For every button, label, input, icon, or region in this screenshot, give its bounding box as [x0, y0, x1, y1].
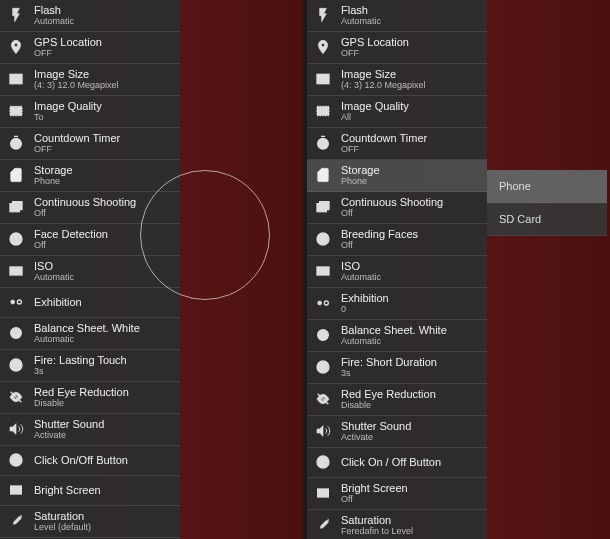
clock-icon [313, 357, 333, 377]
setting-label: Red Eye Reduction [341, 388, 436, 400]
dropper-icon [6, 511, 26, 531]
setting-iso[interactable]: ISOAutomatic [307, 256, 487, 288]
svg-point-4 [10, 233, 22, 245]
setting-pin[interactable]: GPS LocationOFF [0, 32, 180, 64]
pin-icon [313, 37, 333, 57]
setting-label: Click On / Off Button [341, 456, 441, 468]
setting-face[interactable]: Face DetectionOff [0, 224, 180, 256]
setting-value: Off [341, 241, 418, 251]
storage-popup[interactable]: PhoneSD Card [487, 170, 607, 236]
sound-icon [313, 421, 333, 441]
setting-wb[interactable]: Balance Sheet. WhiteAutomatic [0, 318, 180, 350]
sd-icon [6, 165, 26, 185]
setting-expo[interactable]: Exhibition [0, 288, 180, 318]
setting-value: Disable [341, 401, 436, 411]
setting-frame[interactable]: Image Size(4: 3) 12.0 Megapixel [0, 64, 180, 96]
setting-face[interactable]: Breeding FacesOff [307, 224, 487, 256]
setting-label: Breeding Faces [341, 228, 418, 240]
setting-eye[interactable]: Red Eye ReductionDisable [0, 382, 180, 414]
bright-icon [6, 480, 26, 500]
setting-value: OFF [341, 145, 427, 155]
dropper-icon [313, 515, 333, 535]
svg-point-20 [320, 237, 321, 238]
timer-icon [313, 133, 333, 153]
setting-sd[interactable]: StoragePhone [0, 160, 180, 192]
setting-stack[interactable]: Continuous ShootingOff [0, 192, 180, 224]
setting-value: Automatic [34, 335, 140, 345]
setting-timer[interactable]: Countdown TimerOFF [307, 128, 487, 160]
setting-timer[interactable]: Countdown TimerOFF [0, 128, 180, 160]
setting-value: Automatic [34, 17, 74, 27]
setting-sd[interactable]: StoragePhone [307, 160, 487, 192]
setting-bright[interactable]: Bright Screen [0, 476, 180, 506]
setting-value: Off [34, 209, 136, 219]
setting-label: Shutter Sound [341, 420, 411, 432]
setting-label: Flash [34, 4, 74, 16]
svg-point-14 [14, 488, 18, 492]
setting-eye[interactable]: Red Eye ReductionDisable [307, 384, 487, 416]
setting-dropper[interactable]: SaturationFeredafin to Level [307, 510, 487, 539]
setting-flash[interactable]: FlashAutomatic [0, 0, 180, 32]
setting-frame[interactable]: Image Size(4: 3) 12.0 Megapixel [307, 64, 487, 96]
setting-label: GPS Location [34, 36, 102, 48]
setting-sound[interactable]: Shutter SoundActivate [307, 416, 487, 448]
face-icon [6, 229, 26, 249]
settings-menu-right[interactable]: FlashAutomaticGPS LocationOFFImage Size(… [307, 0, 487, 539]
dots-icon [313, 101, 333, 121]
svg-point-21 [324, 237, 325, 238]
setting-value: OFF [34, 145, 120, 155]
svg-rect-15 [317, 75, 329, 84]
setting-label: Storage [34, 164, 73, 176]
setting-label: Saturation [341, 514, 413, 526]
setting-label: Image Size [341, 68, 426, 80]
svg-rect-16 [317, 107, 329, 116]
setting-dots[interactable]: Image QualityAll [307, 96, 487, 128]
dots-icon [6, 101, 26, 121]
setting-expo[interactable]: Exhibition0 [307, 288, 487, 320]
setting-value: Feredafin to Level [341, 527, 413, 537]
settings-menu-left[interactable]: FlashAutomaticGPS LocationOFFImage Size(… [0, 0, 180, 539]
setting-value: OFF [341, 49, 409, 59]
setting-clock[interactable]: Fire: Lasting Touch3s [0, 350, 180, 382]
wb-icon [313, 325, 333, 345]
popup-option[interactable]: SD Card [487, 203, 607, 236]
svg-rect-22 [317, 267, 329, 275]
face-icon [313, 229, 333, 249]
svg-point-6 [17, 237, 18, 238]
setting-dots[interactable]: Image QualityTo [0, 96, 180, 128]
setting-label: Image Quality [341, 100, 409, 112]
setting-label: Exhibition [341, 292, 389, 304]
frame-icon [6, 69, 26, 89]
setting-value: (4: 3) 12.0 Megapixel [341, 81, 426, 91]
setting-iso[interactable]: ISOAutomatic [0, 256, 180, 288]
eye-icon [313, 389, 333, 409]
setting-power[interactable]: Click On / Off Button [307, 448, 487, 478]
setting-dropper[interactable]: SaturationLevel (default) [0, 506, 180, 538]
setting-sound[interactable]: Shutter SoundActivate [0, 414, 180, 446]
eye-icon [6, 387, 26, 407]
setting-power[interactable]: Click On/Off Button [0, 446, 180, 476]
setting-stack[interactable]: Continuous ShootingOff [307, 192, 487, 224]
svg-point-29 [321, 491, 325, 495]
setting-label: Face Detection [34, 228, 108, 240]
sd-icon [313, 165, 333, 185]
popup-option[interactable]: Phone [487, 170, 607, 203]
setting-wb[interactable]: Balance Sheet. WhiteAutomatic [307, 320, 487, 352]
setting-label: Click On/Off Button [34, 454, 128, 466]
setting-label: Continuous Shooting [34, 196, 136, 208]
flash-icon [313, 5, 333, 25]
setting-label: Countdown Timer [341, 132, 427, 144]
setting-value: (4: 3) 12.0 Megapixel [34, 81, 119, 91]
setting-value: OFF [34, 49, 102, 59]
setting-flash[interactable]: FlashAutomatic [307, 0, 487, 32]
svg-point-24 [324, 301, 328, 305]
setting-pin[interactable]: GPS LocationOFF [307, 32, 487, 64]
right-screenshot: FlashAutomaticGPS LocationOFFImage Size(… [307, 0, 610, 539]
bright-icon [313, 483, 333, 503]
setting-value: Automatic [341, 273, 381, 283]
setting-bright[interactable]: Bright ScreenOff [307, 478, 487, 510]
sound-icon [6, 419, 26, 439]
setting-clock[interactable]: Fire: Short Duration3s [307, 352, 487, 384]
setting-label: Bright Screen [34, 484, 101, 496]
setting-value: 3s [34, 367, 127, 377]
